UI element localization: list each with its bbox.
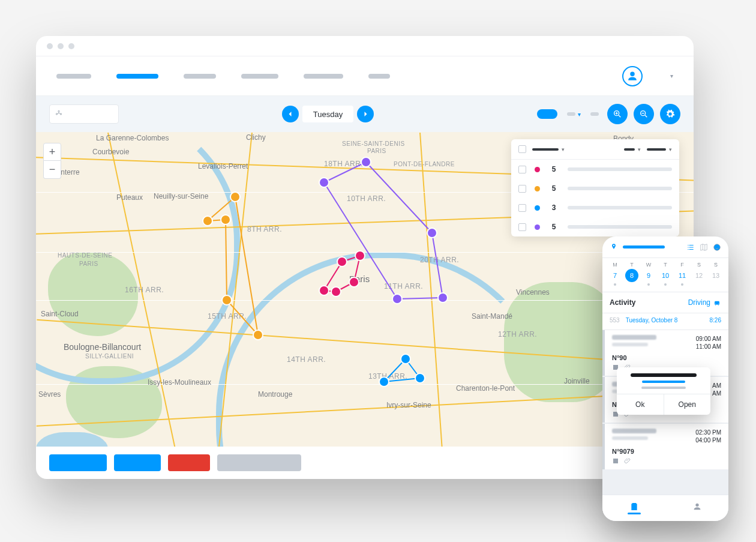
legend-color-blue xyxy=(535,205,540,211)
gear-icon xyxy=(665,109,675,119)
search-minus-icon xyxy=(639,109,649,119)
footer-secondary[interactable] xyxy=(217,454,301,471)
traffic-light-min[interactable] xyxy=(58,43,64,49)
cal-hd: S xyxy=(709,262,722,268)
legend-row[interactable]: 5 xyxy=(511,160,679,179)
item-times: 09:00 AM11:00 AM xyxy=(696,335,721,351)
mobile-calendar: M T W T F S S 7 8 9 10 11 12 13 xyxy=(602,258,728,292)
nav-item-1[interactable] xyxy=(56,74,91,79)
nav-item-2-active[interactable] xyxy=(116,74,158,79)
popup-title-blur xyxy=(631,373,697,377)
car-icon xyxy=(713,298,721,307)
calendar-icon xyxy=(612,457,619,465)
legend-row[interactable]: 5 xyxy=(511,217,679,236)
map[interactable]: Paris 8TH ARR. 10TH ARR. 11TH ARR. 12TH … xyxy=(36,132,694,447)
hierarchy-filter[interactable] xyxy=(49,104,119,124)
settings-button[interactable] xyxy=(660,104,680,124)
chevron-right-icon xyxy=(362,110,369,118)
svg-line-25 xyxy=(397,298,443,299)
popup-link-blur xyxy=(642,381,685,383)
legend-count: 5 xyxy=(548,165,559,173)
mobile-title xyxy=(623,245,665,248)
legend-bar xyxy=(568,167,672,171)
legend-row[interactable]: 5 xyxy=(511,179,679,198)
user-icon xyxy=(692,502,702,511)
legend-bar xyxy=(568,206,672,209)
svg-line-23 xyxy=(366,162,432,233)
cal-day[interactable]: 11 xyxy=(676,269,689,282)
user-pin-icon[interactable] xyxy=(610,243,618,251)
legend-header: ▾ ▾ ▾ xyxy=(511,139,679,160)
next-day-button[interactable] xyxy=(357,106,374,122)
cal-day[interactable]: 9 xyxy=(642,269,655,282)
current-time: 8:26 xyxy=(710,317,721,324)
cal-day[interactable]: 12 xyxy=(692,269,706,282)
svg-point-37 xyxy=(415,373,425,383)
svg-point-29 xyxy=(427,228,437,238)
scope-dropdown[interactable]: ▾ xyxy=(567,111,581,118)
list-icon[interactable] xyxy=(686,243,695,251)
legend-count: 5 xyxy=(548,184,559,193)
cal-day[interactable]: 10 xyxy=(659,269,672,282)
svg-point-35 xyxy=(379,377,389,387)
footer-danger[interactable] xyxy=(168,454,210,471)
legend-master-checkbox[interactable] xyxy=(518,145,526,153)
legend-checkbox[interactable] xyxy=(518,185,526,193)
scope-filter[interactable]: ▾ xyxy=(537,109,599,119)
current-index: 553 xyxy=(610,317,620,324)
footer-primary-2[interactable] xyxy=(114,454,161,471)
svg-point-28 xyxy=(361,157,371,167)
item-title-blur xyxy=(612,335,656,340)
svg-point-19 xyxy=(349,277,359,287)
current-day-label[interactable]: Tuesday xyxy=(302,106,353,122)
svg-line-6 xyxy=(235,197,258,335)
legend-checkbox[interactable] xyxy=(518,223,526,231)
smile-icon[interactable] xyxy=(713,243,721,251)
avatar-button[interactable] xyxy=(622,66,643,86)
nav-item-5[interactable] xyxy=(304,74,343,79)
bottom-nav-profile[interactable] xyxy=(665,495,728,521)
legend-row[interactable]: 3 xyxy=(511,198,679,217)
cal-day[interactable]: 7 xyxy=(608,269,622,282)
item-id: N°90 xyxy=(612,354,721,361)
search-plus-icon xyxy=(613,109,622,119)
popup-ok-button[interactable]: Ok xyxy=(617,394,664,415)
legend-bar xyxy=(568,225,672,229)
footer-toolbar xyxy=(36,447,694,479)
activity-label: Activity xyxy=(610,298,635,307)
nav-item-6[interactable] xyxy=(368,74,390,79)
svg-point-8 xyxy=(203,216,212,226)
legend-checkbox[interactable] xyxy=(518,204,526,212)
svg-line-26 xyxy=(324,182,397,299)
item-id: N°9079 xyxy=(612,448,721,455)
chevron-down-icon: ▾ xyxy=(578,111,581,118)
traffic-light-close[interactable] xyxy=(47,43,53,49)
nav-item-4[interactable] xyxy=(241,74,278,79)
activity-mode[interactable]: Driving xyxy=(688,298,721,307)
item-times: AMAM xyxy=(712,382,721,397)
cal-hd: M xyxy=(608,262,622,268)
zoom-in-button[interactable] xyxy=(607,104,628,124)
prev-day-button[interactable] xyxy=(282,106,299,122)
svg-point-10 xyxy=(222,295,232,305)
popup-open-button[interactable]: Open xyxy=(664,394,711,415)
cal-day-selected[interactable]: 8 xyxy=(625,269,638,282)
bottom-nav-activity[interactable] xyxy=(602,495,665,521)
legend-count: 3 xyxy=(548,203,559,212)
footer-primary-1[interactable] xyxy=(49,454,107,471)
svg-point-38 xyxy=(714,244,721,250)
cal-hd: F xyxy=(676,262,689,268)
cal-hd: S xyxy=(692,262,706,268)
toolbar: Tuesday ▾ xyxy=(36,96,694,132)
map-icon[interactable] xyxy=(700,243,708,251)
popup-meta-blur xyxy=(641,387,686,389)
svg-line-22 xyxy=(324,162,366,182)
nav-item-3[interactable] xyxy=(184,74,216,79)
legend-checkbox[interactable] xyxy=(518,166,526,173)
activity-bar: Activity Driving xyxy=(602,292,728,313)
traffic-light-max[interactable] xyxy=(68,43,74,49)
zoom-out-button[interactable] xyxy=(634,104,654,124)
cal-day[interactable]: 13 xyxy=(709,269,722,282)
list-item[interactable]: 02:30 PM04:00 PM N°9079 xyxy=(602,424,728,469)
svg-point-20 xyxy=(331,287,341,297)
